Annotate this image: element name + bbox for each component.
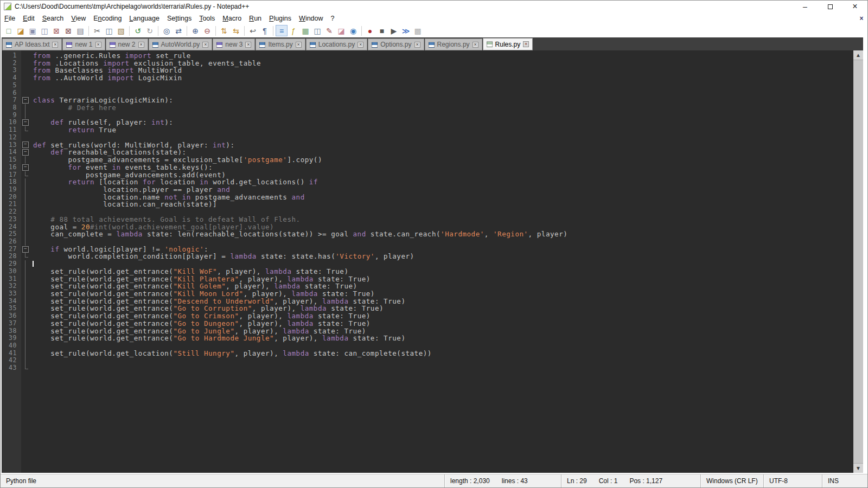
tab-rules-py[interactable]: Rules.py×: [483, 38, 533, 50]
close-all-button[interactable]: ⊠: [62, 25, 74, 36]
menu-search[interactable]: Search: [39, 14, 68, 23]
tab-items-py[interactable]: Items.py×: [256, 38, 305, 50]
run-macro-multiple-button[interactable]: ≫: [400, 25, 412, 36]
code-line[interactable]: 22: [2, 208, 853, 216]
code-line[interactable]: 33 set_rule(world.get_entrance("Kill Moo…: [2, 290, 853, 298]
tab-autoworld-py[interactable]: AutoWorld.py×: [149, 38, 213, 50]
tab-regions-py[interactable]: Regions.py×: [425, 38, 482, 50]
undo-button[interactable]: ↺: [132, 25, 144, 36]
menu-language[interactable]: Language: [125, 14, 163, 23]
tab-close-icon[interactable]: ×: [245, 42, 251, 48]
tab-ap-ideas-txt[interactable]: AP Ideas.txt×: [2, 38, 62, 50]
document-map-button[interactable]: ▦: [299, 25, 311, 36]
tab-close-icon[interactable]: ×: [95, 42, 101, 48]
code-line[interactable]: 39 set_rule(world.get_entrance("Go to Ha…: [2, 335, 853, 342]
copy-button[interactable]: ◫: [103, 25, 115, 36]
code-line[interactable]: 38 set_rule(world.get_entrance("Go to Ju…: [2, 328, 853, 335]
indent-guide-button[interactable]: ≡: [276, 25, 288, 36]
scrollbar-thumb[interactable]: [853, 60, 863, 464]
code-line[interactable]: 13def set_rules(world: MultiWorld, playe…: [2, 142, 853, 149]
code-line[interactable]: 1from ..generic.Rules import set_rule: [2, 52, 853, 60]
tab-close-icon[interactable]: ×: [202, 42, 208, 48]
cut-button[interactable]: ✂: [91, 25, 103, 36]
edit-popup-button[interactable]: ✎: [323, 25, 335, 36]
tab-new-3[interactable]: new 3×: [213, 38, 255, 50]
menu-encoding[interactable]: Encoding: [90, 14, 125, 23]
word-wrap-button[interactable]: ↩: [247, 25, 259, 36]
menu-plugins[interactable]: Plugins: [265, 14, 295, 23]
code-line[interactable]: 6: [2, 89, 853, 97]
code-line[interactable]: 41 set_rule(world.get_location("Still Hu…: [2, 350, 853, 357]
find-button[interactable]: ◎: [161, 25, 173, 36]
code-line[interactable]: 30 set_rule(world.get_entrance("Kill WoF…: [2, 268, 853, 275]
code-line[interactable]: 7class TerrariaLogic(LogicMixin):: [2, 97, 853, 104]
zoom-in-button[interactable]: ⊕: [189, 25, 201, 36]
minimize-button[interactable]: [793, 1, 818, 12]
tab-close-icon[interactable]: ×: [52, 42, 58, 48]
tab-close-icon[interactable]: ×: [358, 42, 363, 48]
scroll-down-arrow-icon[interactable]: ▼: [853, 464, 863, 473]
open-file-button[interactable]: ◪: [15, 25, 27, 36]
zoom-out-button[interactable]: ⊖: [201, 25, 213, 36]
code-line[interactable]: 28 world.completion_condition[player] = …: [2, 253, 853, 260]
stop-recording-button[interactable]: ■: [376, 25, 388, 36]
code-line[interactable]: 25 can_complete = lambda state: len(reac…: [2, 230, 853, 238]
sync-horizontal-button[interactable]: ⇆: [230, 25, 242, 36]
tab-close-icon[interactable]: ×: [414, 42, 420, 48]
code-line[interactable]: 34 set_rule(world.get_entrance("Descend …: [2, 298, 853, 305]
code-line[interactable]: 40: [2, 342, 853, 350]
code-line[interactable]: 16 for event in events_table.keys():: [2, 164, 853, 171]
tab-options-py[interactable]: Options.py×: [368, 38, 424, 50]
save-macro-button[interactable]: ▩: [412, 25, 424, 36]
status-encoding[interactable]: UTF-8: [763, 474, 822, 487]
scroll-up-arrow-icon[interactable]: ▲: [853, 50, 863, 60]
tab-locations-py[interactable]: Locations.py×: [306, 38, 367, 50]
replace-button[interactable]: ⇄: [173, 25, 184, 36]
code-line[interactable]: 42: [2, 357, 853, 364]
menu-settings[interactable]: Settings: [163, 14, 195, 23]
code-line[interactable]: 23 # 88 total achievements. Goal is to d…: [2, 216, 853, 223]
code-line[interactable]: 2from .Locations import exclusion_table,…: [2, 60, 853, 67]
save-file-button[interactable]: ▣: [27, 25, 39, 36]
redo-button[interactable]: ↻: [144, 25, 156, 36]
code-line[interactable]: 11 return True: [2, 126, 853, 134]
code-line[interactable]: 32 set_rule(world.get_entrance("Kill Gol…: [2, 282, 853, 290]
code-line[interactable]: 31 set_rule(world.get_entrance("Kill Pla…: [2, 275, 853, 283]
document-close-x-icon[interactable]: ×: [858, 15, 867, 22]
code-line[interactable]: 19 location.player == player and: [2, 186, 853, 194]
fold-toggle-icon[interactable]: [21, 164, 30, 171]
record-macro-button[interactable]: ●: [364, 25, 376, 36]
fold-toggle-icon[interactable]: [21, 142, 30, 149]
tab-new-1[interactable]: new 1×: [62, 38, 105, 50]
tab-close-icon[interactable]: ×: [296, 42, 302, 48]
tab-close-icon[interactable]: ×: [473, 42, 478, 48]
code-line[interactable]: 8 # Defs here: [2, 104, 853, 112]
menu-?[interactable]: ?: [327, 14, 339, 23]
print-button[interactable]: ▤: [74, 25, 86, 36]
paste-button[interactable]: ▧: [115, 25, 127, 36]
code-line[interactable]: 26: [2, 238, 853, 246]
fold-toggle-icon[interactable]: [21, 246, 30, 253]
folder-as-workspace-button[interactable]: ◪: [335, 25, 347, 36]
fold-toggle-icon[interactable]: [21, 97, 30, 104]
playback-macro-button[interactable]: ▶: [388, 25, 400, 36]
menu-run[interactable]: Run: [245, 14, 265, 23]
code-line[interactable]: 18 return [location for location in worl…: [2, 178, 853, 186]
code-line[interactable]: 24 goal = 20#int(world.achievement_goal[…: [2, 223, 853, 231]
menu-tools[interactable]: Tools: [195, 14, 219, 23]
function-list-button[interactable]: ƒ: [288, 25, 299, 36]
code-line[interactable]: 5: [2, 82, 853, 89]
menu-macro[interactable]: Macro: [219, 14, 245, 23]
code-line[interactable]: 37 set_rule(world.get_entrance("Go to Du…: [2, 320, 853, 328]
close-button[interactable]: [843, 1, 867, 12]
code-line[interactable]: 35 set_rule(world.get_entrance("Go to Co…: [2, 305, 853, 312]
document-list-button[interactable]: ◫: [311, 25, 323, 36]
code-line[interactable]: 12: [2, 134, 853, 142]
new-file-button[interactable]: □: [3, 25, 15, 36]
menu-file[interactable]: File: [1, 14, 19, 23]
close-file-button[interactable]: ⊠: [50, 25, 62, 36]
tab-close-icon[interactable]: ×: [523, 41, 529, 47]
menu-view[interactable]: View: [67, 14, 90, 23]
code-line[interactable]: 29: [2, 260, 853, 268]
code-line[interactable]: 15 postgame_advancements = exclusion_tab…: [2, 156, 853, 164]
